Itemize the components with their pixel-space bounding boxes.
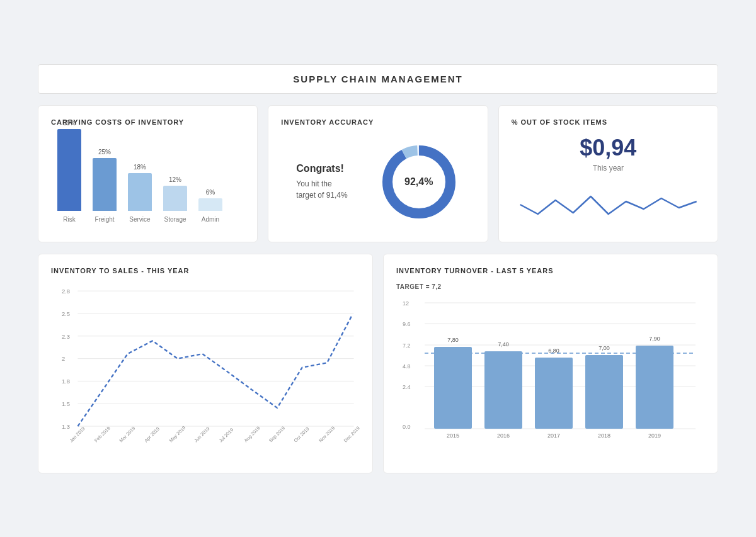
turnover-svg: 12 9.6 7.2 4.8 2.4 0.0 xyxy=(396,297,705,441)
out-of-stock-card: % OUT OF STOCK ITEMS $0,94 This year xyxy=(498,105,718,242)
congrats-subtitle: You hit thetarget of 91,4% xyxy=(296,178,347,201)
svg-text:2.8: 2.8 xyxy=(62,287,70,294)
out-of-stock-content: $0,94 This year xyxy=(512,135,705,229)
svg-text:Jan 2019: Jan 2019 xyxy=(68,426,86,443)
bar-xlabel-service: Service xyxy=(129,216,150,223)
svg-text:7,00: 7,00 xyxy=(598,345,610,351)
congrats-title: Congrats! xyxy=(296,163,347,174)
inventory-turnover-title: INVENTORY TURNOVER - LAST 5 YEARS xyxy=(396,267,705,274)
svg-text:2015: 2015 xyxy=(447,432,459,439)
out-of-stock-title: % OUT OF STOCK ITEMS xyxy=(512,118,705,126)
bar-2016 xyxy=(484,351,522,429)
bar-xlabel-admin: Admin xyxy=(202,216,219,223)
bar-group-storage: 12%Storage xyxy=(163,176,187,223)
accuracy-content: Congrats! You hit thetarget of 91,4% 92,… xyxy=(281,135,474,229)
svg-text:Jun 2019: Jun 2019 xyxy=(193,426,210,443)
svg-text:6,80: 6,80 xyxy=(548,348,559,354)
svg-text:Mar 2019: Mar 2019 xyxy=(118,425,137,443)
bar-pct-risk: 39% xyxy=(63,120,76,127)
sparkline-chart xyxy=(512,183,705,227)
svg-text:Dec 2019: Dec 2019 xyxy=(343,425,360,443)
inventory-sales-card: INVENTORY TO SALES - THIS YEAR 2.8 2.5 2… xyxy=(38,254,373,473)
svg-text:7,40: 7,40 xyxy=(498,341,509,348)
svg-text:Apr 2019: Apr 2019 xyxy=(143,426,161,443)
svg-text:1.5: 1.5 xyxy=(62,400,70,407)
svg-text:1.3: 1.3 xyxy=(62,422,70,429)
svg-text:9.6: 9.6 xyxy=(403,321,411,327)
bar-rect-storage xyxy=(163,186,187,211)
turnover-target-label: TARGET = 7,2 xyxy=(396,283,705,290)
svg-text:Aug 2019: Aug 2019 xyxy=(243,425,261,443)
svg-text:2018: 2018 xyxy=(598,432,610,439)
svg-text:4.8: 4.8 xyxy=(403,363,411,370)
bar-2017 xyxy=(535,358,573,429)
bar-rect-freight xyxy=(93,158,117,211)
line-chart-container: 2.8 2.5 2.3 2 1.8 1.5 1.3 xyxy=(51,283,360,447)
bar-pct-freight: 25% xyxy=(98,149,111,155)
bar-group-freight: 25%Freight xyxy=(93,149,117,223)
dashboard-title: SUPPLY CHAIN MANAGEMENT xyxy=(38,64,718,94)
svg-text:7,80: 7,80 xyxy=(447,337,459,343)
bar-xlabel-storage: Storage xyxy=(164,216,186,223)
inventory-turnover-card: INVENTORY TURNOVER - LAST 5 YEARS TARGET… xyxy=(383,254,718,473)
svg-text:7,90: 7,90 xyxy=(649,336,660,342)
svg-text:2019: 2019 xyxy=(648,432,661,439)
inventory-accuracy-title: INVENTORY ACCURACY xyxy=(281,118,474,126)
svg-text:7.2: 7.2 xyxy=(403,342,411,349)
title-text: SUPPLY CHAIN MANAGEMENT xyxy=(293,74,462,84)
bar-group-risk: 39%Risk xyxy=(57,120,81,223)
svg-text:May 2019: May 2019 xyxy=(168,424,187,443)
svg-text:Nov 2019: Nov 2019 xyxy=(318,425,336,443)
bar-xlabel-freight: Freight xyxy=(94,216,114,223)
donut-chart: 92,4% xyxy=(378,141,460,223)
donut-center-value: 92,4% xyxy=(404,176,433,188)
svg-text:2.5: 2.5 xyxy=(62,310,70,317)
bar-2019 xyxy=(636,346,673,429)
inventory-sales-title: INVENTORY TO SALES - THIS YEAR xyxy=(51,267,360,274)
bar-xlabel-risk: Risk xyxy=(63,216,75,223)
bar-2018 xyxy=(585,355,623,429)
svg-text:Sep 2019: Sep 2019 xyxy=(268,425,286,443)
turnover-chart-container: 12 9.6 7.2 4.8 2.4 0.0 xyxy=(396,297,705,460)
svg-text:Feb 2019: Feb 2019 xyxy=(93,425,112,443)
bar-2015 xyxy=(434,347,472,429)
svg-text:1.8: 1.8 xyxy=(62,378,70,385)
svg-text:12: 12 xyxy=(403,300,409,307)
svg-text:2017: 2017 xyxy=(547,432,560,439)
top-row: CARRYING COSTS OF INVENTORY 39%Risk25%Fr… xyxy=(38,105,718,242)
svg-text:Jul 2019: Jul 2019 xyxy=(218,427,234,443)
bar-pct-storage: 12% xyxy=(169,176,181,183)
bar-chart: 39%Risk25%Freight18%Service12%Storage6%A… xyxy=(51,135,244,223)
svg-text:0.0: 0.0 xyxy=(403,424,411,430)
svg-text:Oct 2019: Oct 2019 xyxy=(293,426,311,443)
bar-pct-service: 18% xyxy=(134,164,146,171)
congrats-text: Congrats! You hit thetarget of 91,4% xyxy=(296,163,347,201)
dashboard: SUPPLY CHAIN MANAGEMENT CARRYING COSTS O… xyxy=(32,58,724,480)
bar-group-admin: 6%Admin xyxy=(198,189,222,223)
svg-text:2.4: 2.4 xyxy=(403,384,411,390)
svg-text:2.3: 2.3 xyxy=(62,332,70,339)
svg-text:2016: 2016 xyxy=(497,432,510,439)
svg-text:2: 2 xyxy=(62,355,65,362)
bar-pct-admin: 6% xyxy=(206,189,215,196)
bar-group-service: 18%Service xyxy=(128,164,152,223)
out-of-stock-subtitle: This year xyxy=(512,164,705,172)
bottom-row: INVENTORY TO SALES - THIS YEAR 2.8 2.5 2… xyxy=(38,254,718,473)
inventory-sales-svg: 2.8 2.5 2.3 2 1.8 1.5 1.3 xyxy=(51,283,360,447)
bar-rect-risk xyxy=(57,129,81,211)
inventory-accuracy-card: INVENTORY ACCURACY Congrats! You hit the… xyxy=(268,105,488,242)
carrying-costs-card: CARRYING COSTS OF INVENTORY 39%Risk25%Fr… xyxy=(38,105,258,242)
bar-rect-service xyxy=(128,173,152,211)
out-of-stock-value: $0,94 xyxy=(512,135,705,161)
bar-rect-admin xyxy=(198,198,222,211)
